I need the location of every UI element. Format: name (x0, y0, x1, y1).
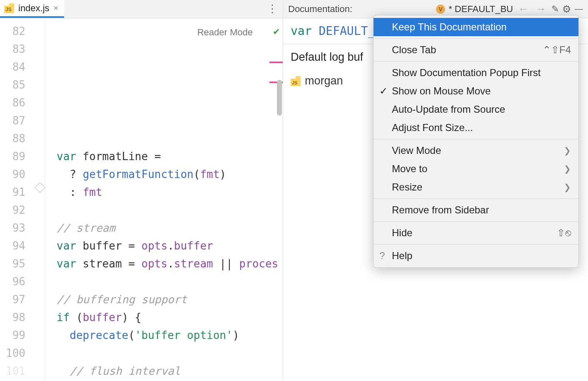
code-line[interactable]: if (buffer) { (45, 309, 283, 327)
chevron-right-icon: ❯ (564, 146, 571, 156)
menu-item[interactable]: Remove from Sidebar (374, 201, 578, 219)
help-icon: ? (379, 250, 385, 262)
menu-separator (374, 244, 578, 245)
line-number: 82 (0, 22, 25, 40)
scrollbar-thumb[interactable] (277, 80, 282, 116)
code-line[interactable] (45, 273, 283, 291)
line-number: 83 (0, 40, 25, 58)
line-number: 91 (0, 183, 25, 201)
line-number: 90 (0, 166, 25, 183)
documentation-label: Documentation: (288, 4, 352, 15)
menu-item-label: Close Tab (392, 44, 436, 56)
line-number: 88 (0, 130, 25, 148)
reader-mode-label: Reader Mode (197, 23, 253, 41)
line-number: 99 (0, 327, 25, 344)
variable-badge-icon: V (436, 5, 445, 14)
error-stripe-marker[interactable] (269, 62, 283, 63)
menu-item-label: Hide (392, 227, 412, 239)
documentation-title: * DEFAULT_BU (448, 4, 513, 15)
menu-separator (374, 38, 578, 39)
line-number: 95 (0, 255, 25, 273)
menu-item-label: Remove from Sidebar (392, 204, 489, 216)
menu-item[interactable]: Adjust Font Size... (374, 119, 578, 137)
signature-name: DEFAULT_ (319, 24, 375, 38)
menu-item[interactable]: Keep This Documentation (374, 18, 578, 36)
menu-item-label: Keep This Documentation (392, 21, 507, 33)
editor-pane: JS index.js × ⋮ 828384858687888990919293… (0, 0, 283, 381)
menu-shortcut: ⇧⎋ (557, 227, 571, 239)
documentation-context-menu: Keep This DocumentationClose Tab⌃⇧F4Show… (373, 15, 579, 268)
menu-item[interactable]: Resize❯ (374, 178, 578, 196)
menu-item-label: Resize (392, 181, 422, 193)
menu-shortcut: ⌃⇧F4 (543, 44, 571, 56)
origin-name: morgan (305, 74, 343, 87)
tab-filename: index.js (18, 3, 50, 14)
menu-separator (374, 61, 578, 62)
editor-tab-bar: JS index.js × ⋮ (0, 0, 283, 18)
menu-item-label: Adjust Font Size... (392, 122, 473, 134)
code-line[interactable]: // buffering support (45, 291, 283, 309)
menu-item-label: Show Documentation Popup First (392, 67, 541, 79)
line-number-gutter: 8283848586878889909192939495969798991001… (0, 18, 45, 381)
code-line[interactable]: var stream = opts.stream || proces (45, 255, 283, 273)
menu-item[interactable]: Move to❯ (374, 160, 578, 178)
code-line[interactable]: : fmt (45, 183, 283, 201)
menu-item[interactable]: ✓Show on Mouse Move (374, 82, 578, 100)
code-line[interactable]: deprecate('buffer option') (45, 327, 283, 344)
menu-item[interactable]: ?Help (374, 247, 578, 265)
code-line[interactable]: // flush interval (45, 362, 283, 380)
line-number: 96 (0, 273, 25, 291)
edit-icon[interactable]: ✎ (551, 4, 559, 15)
menu-separator (374, 221, 578, 222)
line-number: 98 (0, 309, 25, 327)
menu-separator (374, 139, 578, 139)
nav-forward-icon[interactable]: → (534, 2, 548, 15)
gear-icon[interactable]: ⚙ (562, 3, 571, 15)
menu-item[interactable]: View Mode❯ (374, 141, 578, 160)
close-icon[interactable]: × (54, 3, 59, 13)
menu-item[interactable]: Show Documentation Popup First (374, 64, 578, 82)
line-number: 84 (0, 58, 25, 76)
inspection-check-icon[interactable]: ✔ (274, 22, 279, 40)
code-line[interactable]: var buffer = opts.buffer (45, 237, 283, 255)
menu-item-label: Show on Mouse Move (392, 85, 491, 97)
code-content[interactable]: Reader Mode ✔ var formatLine = ? getForm… (45, 18, 283, 381)
line-number: 94 (0, 237, 25, 255)
code-line[interactable]: ? getFormatFunction(fmt) (45, 166, 283, 183)
line-number: 97 (0, 291, 25, 309)
line-number: 89 (0, 148, 25, 166)
line-number: 85 (0, 76, 25, 94)
code-line[interactable]: var formatLine = (45, 148, 283, 166)
minimize-icon[interactable]: — (575, 4, 583, 14)
code-line[interactable] (45, 201, 283, 219)
line-number: 100 (0, 344, 25, 362)
chevron-right-icon: ❯ (564, 164, 571, 174)
menu-item[interactable]: Hide⇧⎋ (374, 224, 578, 242)
tab-overflow-icon[interactable]: ⋮ (262, 0, 283, 18)
line-number: 86 (0, 94, 25, 112)
menu-item[interactable]: Close Tab⌃⇧F4 (374, 41, 578, 59)
js-file-icon: JS (4, 3, 14, 13)
js-file-icon: JS (291, 76, 301, 86)
code-line[interactable] (45, 344, 283, 362)
line-number: 93 (0, 219, 25, 237)
check-icon: ✓ (379, 85, 388, 97)
menu-separator (374, 198, 578, 199)
menu-item-label: Move to (392, 163, 427, 175)
line-number: 101 (0, 362, 25, 380)
nav-back-icon[interactable]: ← (516, 2, 531, 15)
signature-keyword: var (291, 24, 312, 38)
fold-marker-icon[interactable] (35, 182, 45, 193)
line-number: 87 (0, 112, 25, 130)
menu-item-label: Auto-Update from Source (392, 104, 505, 115)
editor-tab-indexjs[interactable]: JS index.js × (0, 0, 64, 18)
menu-item-label: Help (392, 250, 412, 262)
menu-item-label: View Mode (392, 145, 441, 156)
chevron-right-icon: ❯ (564, 182, 571, 192)
code-line[interactable]: // stream (45, 219, 283, 237)
menu-item[interactable]: Auto-Update from Source (374, 100, 578, 119)
line-number: 92 (0, 201, 25, 219)
editor-body[interactable]: 8283848586878889909192939495969798991001… (0, 18, 283, 381)
